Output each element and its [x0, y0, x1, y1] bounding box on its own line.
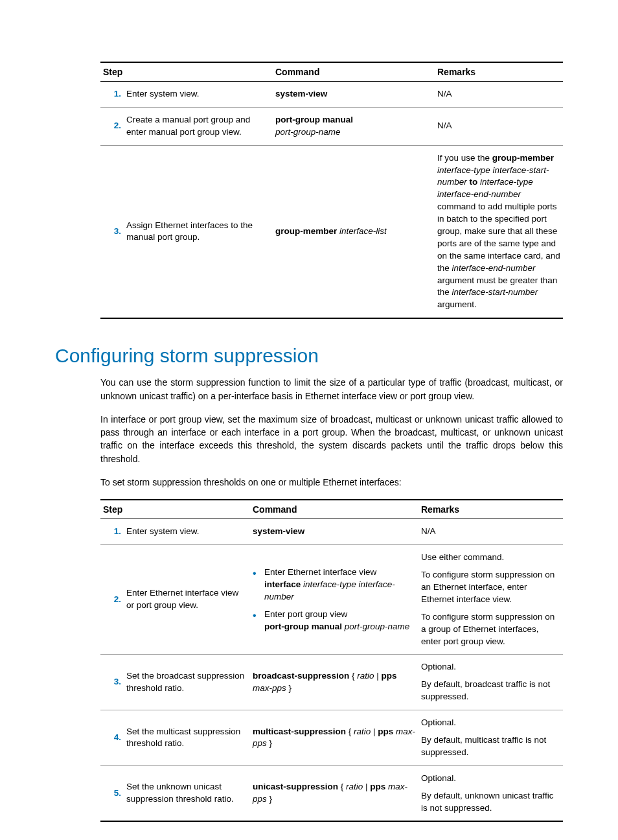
step-number: 1. [100, 82, 124, 108]
section-heading: Configuring storm suppression [55, 345, 563, 367]
step-desc: Assign Ethernet interfaces to the manual… [124, 145, 273, 318]
paragraph: You can use the storm suppression functi… [55, 376, 563, 402]
remarks-cell: Optional. By default, multicast traffic … [418, 710, 563, 766]
command-cell: unicast-suppression { ratio | pps max-pp… [250, 765, 418, 821]
remarks-cell: N/A [435, 107, 563, 145]
table-row: 5. Set the unknown unicast suppression t… [100, 765, 563, 821]
step-number: 3. [100, 145, 124, 318]
step-number: 3. [100, 655, 124, 710]
paragraph: To set storm suppression thresholds on o… [55, 476, 563, 489]
th-remarks: Remarks [418, 500, 563, 519]
step-desc: Enter system view. [124, 519, 250, 545]
command-cell: group-member interface-list [273, 145, 435, 318]
procedure-table-2: Step Command Remarks 1. Enter system vie… [100, 499, 563, 822]
table-row: 1. Enter system view. system-view N/A [100, 519, 563, 545]
step-desc: Set the unknown unicast suppression thre… [124, 765, 250, 821]
table-row: 3. Assign Ethernet interfaces to the man… [100, 145, 563, 318]
th-step: Step [100, 62, 273, 82]
command-cell: multicast-suppression { ratio | pps max-… [250, 710, 418, 766]
step-desc: Set the multicast suppression threshold … [124, 710, 250, 766]
list-item: Enter Ethernet interface view interface … [253, 566, 416, 603]
table-row: 3. Set the broadcast suppression thresho… [100, 655, 563, 710]
table-row: 1. Enter system view. system-view N/A [100, 82, 563, 108]
command-cell: system-view [273, 82, 435, 108]
paragraph: In interface or port group view, set the… [55, 413, 563, 465]
step-number: 1. [100, 519, 124, 545]
table-row: 2. Enter Ethernet interface view or port… [100, 545, 563, 655]
step-desc: Create a manual port group and enter man… [124, 107, 273, 145]
step-number: 5. [100, 765, 124, 821]
th-command: Command [273, 62, 435, 82]
step-desc: Enter system view. [124, 82, 273, 108]
remarks-cell: Optional. By default, broadcast traffic … [418, 655, 563, 710]
step-number: 4. [100, 710, 124, 766]
remarks-cell: Use either command. To configure storm s… [418, 545, 563, 655]
list-item: Enter port group view port-group manual … [253, 609, 416, 633]
command-cell: port-group manual port-group-name [273, 107, 435, 145]
table-row: 4. Set the multicast suppression thresho… [100, 710, 563, 766]
step-desc: Set the broadcast suppression threshold … [124, 655, 250, 710]
command-cell: Enter Ethernet interface view interface … [250, 545, 418, 655]
th-command: Command [250, 500, 418, 519]
command-cell: system-view [250, 519, 418, 545]
step-number: 2. [100, 545, 124, 655]
remarks-cell: If you use the group-member interface-ty… [435, 145, 563, 318]
remarks-cell: Optional. By default, unknown unicast tr… [418, 765, 563, 821]
document-page: Step Command Remarks 1. Enter system vie… [0, 0, 618, 840]
command-cell: broadcast-suppression { ratio | pps max-… [250, 655, 418, 710]
remarks-cell: N/A [418, 519, 563, 545]
remarks-cell: N/A [435, 82, 563, 108]
th-remarks: Remarks [435, 62, 563, 82]
table-row: 2. Create a manual port group and enter … [100, 107, 563, 145]
step-number: 2. [100, 107, 124, 145]
th-step: Step [100, 500, 250, 519]
step-desc: Enter Ethernet interface view or port gr… [124, 545, 250, 655]
procedure-table-1: Step Command Remarks 1. Enter system vie… [100, 62, 563, 319]
